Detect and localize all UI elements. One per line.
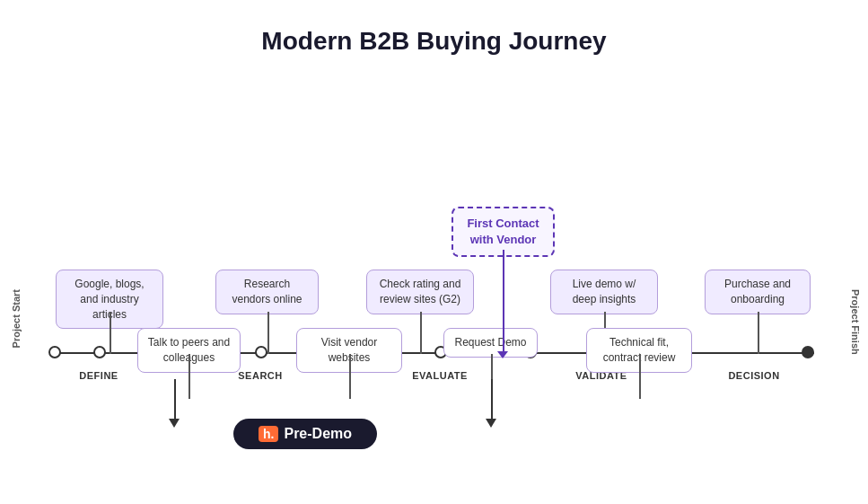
first-contact-connector <box>503 250 504 355</box>
project-finish-label: Project Finish <box>850 289 861 355</box>
pre-demo-h-icon: h. <box>259 426 278 442</box>
connector-b3v <box>639 354 641 399</box>
stage-decision: DECISION <box>728 370 779 381</box>
connector-b0v <box>189 354 190 399</box>
connector-2 <box>420 312 422 354</box>
pre-demo-left-arrow <box>169 419 180 428</box>
card-research-vendors: Research vendors online <box>215 270 319 314</box>
card-request-demo: Request Demo <box>443 328 538 358</box>
pre-demo-left-line <box>174 379 176 422</box>
pre-demo-badge: h. Pre-Demo <box>233 419 377 449</box>
connector-b1v <box>349 354 351 399</box>
card-purchase: Purchase and onboarding <box>705 270 811 314</box>
connector-0 <box>110 312 111 354</box>
dot-0 <box>48 346 61 358</box>
pre-demo-text: Pre-Demo <box>284 426 352 442</box>
connector-4 <box>758 312 759 354</box>
card-check-rating: Check rating and review sites (G2) <box>366 270 474 314</box>
pre-demo-right-line <box>491 379 493 422</box>
connector-1 <box>267 312 269 354</box>
card-live-demo: Live demo w/ deep insights <box>550 270 658 314</box>
dot-1 <box>93 346 106 358</box>
stage-define: DEFINE <box>79 370 118 381</box>
stage-search: SEARCH <box>238 370 282 381</box>
dot-3 <box>255 346 267 358</box>
page-title: Modern B2B Buying Journey <box>0 0 868 65</box>
dot-9 <box>802 346 814 358</box>
main-container: Modern B2B Buying Journey Project Start … <box>0 0 868 504</box>
first-contact-arrowhead <box>497 351 508 358</box>
pre-demo-right-arrow <box>486 419 496 428</box>
stage-evaluate: EVALUATE <box>412 370 468 381</box>
project-start-label: Project Start <box>11 289 22 348</box>
diagram-area: Project Start Project Finish DEFINE SEAR… <box>0 74 868 469</box>
